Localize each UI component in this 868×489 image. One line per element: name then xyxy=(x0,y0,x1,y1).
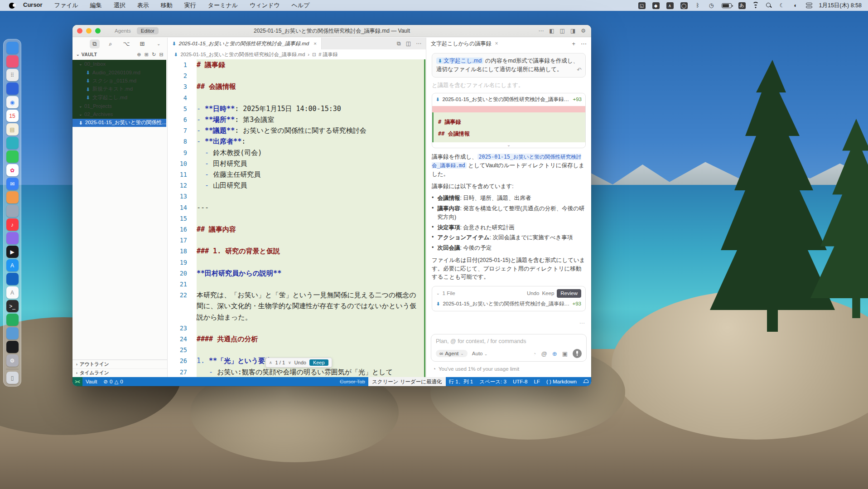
close-tab-icon[interactable]: × xyxy=(313,41,317,46)
layout-panel-icon[interactable]: ◫ xyxy=(560,28,565,34)
ring-app-icon[interactable]: ◯ xyxy=(680,2,688,9)
dock-blue-app-icon[interactable] xyxy=(6,82,19,95)
explorer-section-header[interactable]: ⌄ VAULT ⊕⊞↻⊟ xyxy=(72,50,167,59)
editor-line[interactable]: 3## 会議情報 xyxy=(168,81,426,92)
dock-photos-icon[interactable]: ✿ xyxy=(6,164,19,176)
dock-browser-icon[interactable]: ◉ xyxy=(6,96,19,108)
tree-file-row[interactable]: ⬇2025-01-15_お笑いと蛍の関係性... xyxy=(72,119,166,127)
restore-checkpoint-icon[interactable]: ↶ xyxy=(577,66,582,74)
tree-file-row[interactable]: ⬇新規テキスト.md xyxy=(72,85,166,94)
editor-line[interactable]: 20**田村研究員からの説明** xyxy=(168,268,426,279)
editor-line[interactable]: 21 xyxy=(168,279,426,290)
source-control-icon[interactable]: ⌥ xyxy=(121,39,131,48)
tree-folder-row[interactable]: ⌄00_Inbox xyxy=(72,60,166,68)
dock-blue3-app-icon[interactable] xyxy=(6,327,19,339)
undo-all-button[interactable]: Undo xyxy=(527,290,540,297)
explorer-files-icon[interactable]: ⧉ xyxy=(90,39,100,48)
open-changes-icon[interactable]: ⧉ xyxy=(397,40,401,47)
minimize-window-button[interactable] xyxy=(86,28,92,34)
menu-item-4[interactable]: 表示 xyxy=(137,1,149,10)
menu-item-7[interactable]: ターミナル xyxy=(208,1,238,10)
review-file-row[interactable]: ⬇ 2025-01-15_お笑いと蛍の関係性研究検討会_議事録.... +93 xyxy=(436,300,581,308)
tab-agents[interactable]: Agents xyxy=(111,27,135,34)
editor-content[interactable]: 1# 議事録2 3## 会議情報4 5- **日時**: 2025年1月15日 … xyxy=(168,59,426,377)
editor-line[interactable]: 11 - 佐藤主任研究員 xyxy=(168,169,426,180)
screen-reader-mode[interactable]: スクリーン リーダーに最適化 xyxy=(368,377,446,386)
editor-line[interactable]: 18### 1. 研究の背景と仮説 xyxy=(168,246,426,257)
chevron-down-icon[interactable]: ⌄ xyxy=(436,290,440,297)
history-icon[interactable]: ◔ xyxy=(533,350,536,357)
keep-all-button[interactable]: Keep xyxy=(542,290,554,297)
menu-item-2[interactable]: 編集 xyxy=(90,1,102,10)
dock-finder-icon[interactable] xyxy=(6,42,19,54)
mention-icon[interactable]: @ xyxy=(541,350,547,357)
editor-tab[interactable]: ⬇ 2025-01-15_お笑いと蛍の関係性研究検討会_議事録.md × xyxy=(168,38,322,49)
menu-item-app[interactable]: Cursor xyxy=(23,1,43,10)
editor-line[interactable]: 2 xyxy=(168,70,426,81)
control-center-icon[interactable] xyxy=(806,2,812,9)
focus-moon-icon[interactable]: ☾ xyxy=(779,2,786,9)
editor-line[interactable]: 19 xyxy=(168,257,426,268)
app-badge-icon[interactable]: ◱ xyxy=(638,2,646,9)
tab-editor[interactable]: Editor xyxy=(137,27,159,34)
new-folder-icon[interactable]: ⊞ xyxy=(145,52,149,58)
close-window-button[interactable] xyxy=(77,28,82,34)
cursor-tab-toggle[interactable]: Cursor Tab xyxy=(337,379,368,384)
editor-line[interactable]: 6- **場所**: 第3会議室 xyxy=(168,114,426,125)
shield-icon[interactable]: ◆ xyxy=(652,2,660,9)
dock-pink-app-icon[interactable] xyxy=(6,55,19,68)
dock-orange-app-icon[interactable] xyxy=(6,191,19,203)
dock-blue2-app-icon[interactable] xyxy=(6,273,19,285)
new-chat-icon[interactable]: + xyxy=(572,40,575,47)
tree-folder-row[interactable]: ⌄01_Projects xyxy=(72,102,166,111)
settings-gear-icon[interactable]: ⚙ xyxy=(581,28,586,34)
zoom-window-button[interactable] xyxy=(95,28,101,34)
undo-button[interactable]: Undo xyxy=(294,360,306,365)
dock-music-icon[interactable]: ♪ xyxy=(6,218,19,231)
battery-icon[interactable] xyxy=(722,3,732,8)
breadcrumb-file[interactable]: 2025-01-15_お笑いと蛍の関係性研究検討会_議事録.md xyxy=(180,51,305,58)
editor-line[interactable]: 15 xyxy=(168,213,426,224)
dock-green-app-icon[interactable] xyxy=(6,314,19,326)
editor-line[interactable]: 13 xyxy=(168,191,426,202)
close-chat-icon[interactable]: × xyxy=(495,40,498,47)
editor-line[interactable]: 12 - 山田研究員 xyxy=(168,180,426,191)
menu-item-1[interactable]: ファイル xyxy=(54,1,78,10)
review-button[interactable]: Review xyxy=(557,289,581,298)
dock-teal-app-icon[interactable] xyxy=(6,137,19,149)
wifi-icon[interactable] xyxy=(752,3,759,8)
editor-line[interactable]: 1# 議事録 xyxy=(168,59,426,70)
apple-menu-icon[interactable] xyxy=(9,3,15,9)
dock-maps-icon[interactable] xyxy=(6,205,19,217)
layout-sidebar-icon[interactable]: ◧ xyxy=(549,28,554,34)
chat-input-box[interactable]: Plan, @ for context, / for commands ∞Age… xyxy=(431,334,587,362)
dock-launchpad-icon[interactable]: ⠿ xyxy=(6,69,19,81)
time-machine-icon[interactable]: ◷ xyxy=(708,2,715,9)
collapse-all-icon[interactable]: ⊟ xyxy=(159,52,164,58)
expand-diff-icon[interactable]: ⌄ xyxy=(432,142,585,148)
model-selector[interactable]: Auto ⌄ xyxy=(472,351,487,356)
editor-line[interactable]: 27 - お笑い:観客の笑顔や会場の明るい雰囲気が「光」として xyxy=(168,367,426,377)
menu-item-8[interactable]: ウィンドウ xyxy=(250,1,280,10)
image-attach-icon[interactable]: ▣ xyxy=(562,350,568,357)
editor-line[interactable]: 23 xyxy=(168,323,426,334)
cursor-position[interactable]: 行 1、列 1 xyxy=(446,378,477,385)
tree-file-row[interactable]: ⬇スクショ_0115.md xyxy=(72,77,166,85)
dock-mail-icon[interactable]: ✉ xyxy=(6,178,19,190)
language-mode[interactable]: ( ) Markdown xyxy=(543,379,580,384)
remote-indicator[interactable]: >< xyxy=(72,377,82,386)
dock-calendar-icon[interactable]: 15 xyxy=(6,110,19,122)
more-actions-icon[interactable]: ⋯ xyxy=(581,40,587,47)
workspace-name[interactable]: Vault xyxy=(82,379,100,384)
more-views-chevron-icon[interactable]: ⌄ xyxy=(157,41,160,46)
menubar-clock[interactable]: 1月15日(木) 8:58 xyxy=(819,2,862,10)
search-icon[interactable]: ⌕ xyxy=(106,39,116,48)
editor-line[interactable]: 9 - 鈴木教授(司会) xyxy=(168,147,426,158)
dock-facetime-icon[interactable] xyxy=(6,150,19,163)
chat-tab-title[interactable]: 文字起こしからの議事録 xyxy=(431,40,491,48)
editor-line[interactable]: 14--- xyxy=(168,202,426,213)
editor-line[interactable]: 5- **日時**: 2025年1月15日 14:00-15:30 xyxy=(168,103,426,114)
menu-item-5[interactable]: 移動 xyxy=(161,1,173,10)
menu-item-6[interactable]: 実行 xyxy=(184,1,196,10)
dock-textedit-icon[interactable]: A xyxy=(6,286,19,299)
